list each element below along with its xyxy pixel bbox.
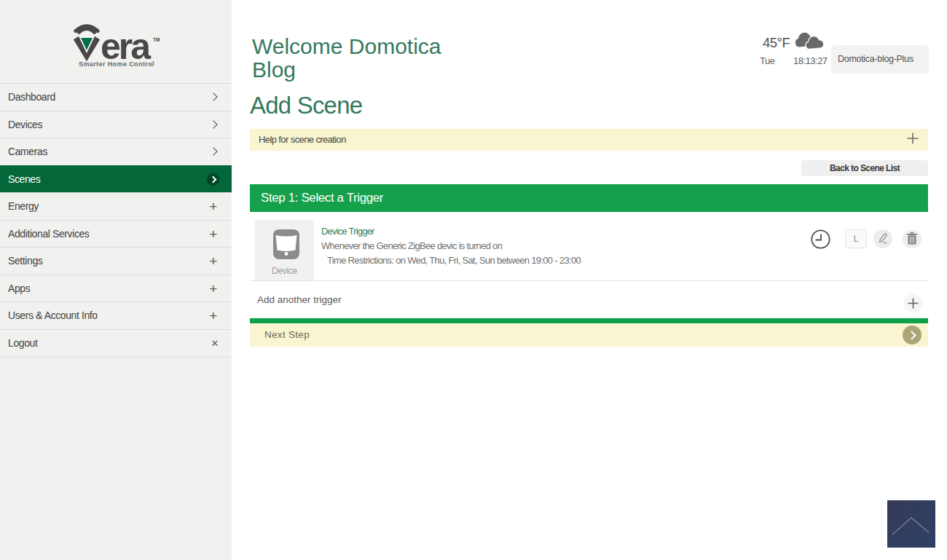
svg-text:TM: TM <box>153 37 160 42</box>
svg-text:Smarter Home Control: Smarter Home Control <box>79 60 154 68</box>
